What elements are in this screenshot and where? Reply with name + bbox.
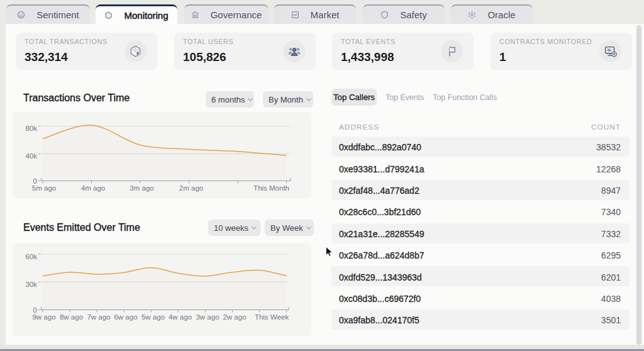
svg-text:5w ago: 5w ago bbox=[142, 313, 165, 321]
svg-text:80k: 80k bbox=[25, 125, 37, 132]
svg-text:6w ago: 6w ago bbox=[114, 313, 137, 321]
svg-text:4m ago: 4m ago bbox=[81, 184, 105, 192]
svg-text:4w ago: 4w ago bbox=[169, 313, 192, 321]
svg-text:3w ago: 3w ago bbox=[196, 313, 219, 321]
svg-text:This Month: This Month bbox=[253, 184, 289, 192]
svg-text:3m ago: 3m ago bbox=[130, 184, 153, 192]
svg-text:2m ago: 2m ago bbox=[179, 184, 203, 192]
svg-text:0: 0 bbox=[33, 306, 37, 314]
svg-text:60k: 60k bbox=[25, 253, 37, 260]
svg-text:5m ago: 5m ago bbox=[32, 184, 56, 192]
svg-text:9w ago: 9w ago bbox=[32, 313, 55, 321]
svg-text:8w ago: 8w ago bbox=[60, 313, 83, 321]
svg-text:This Week: This Week bbox=[255, 313, 289, 321]
svg-text:7w ago: 7w ago bbox=[87, 313, 110, 321]
svg-text:40k: 40k bbox=[25, 152, 37, 160]
svg-text:2w ago: 2w ago bbox=[223, 313, 246, 321]
svg-text:30k: 30k bbox=[25, 281, 37, 288]
